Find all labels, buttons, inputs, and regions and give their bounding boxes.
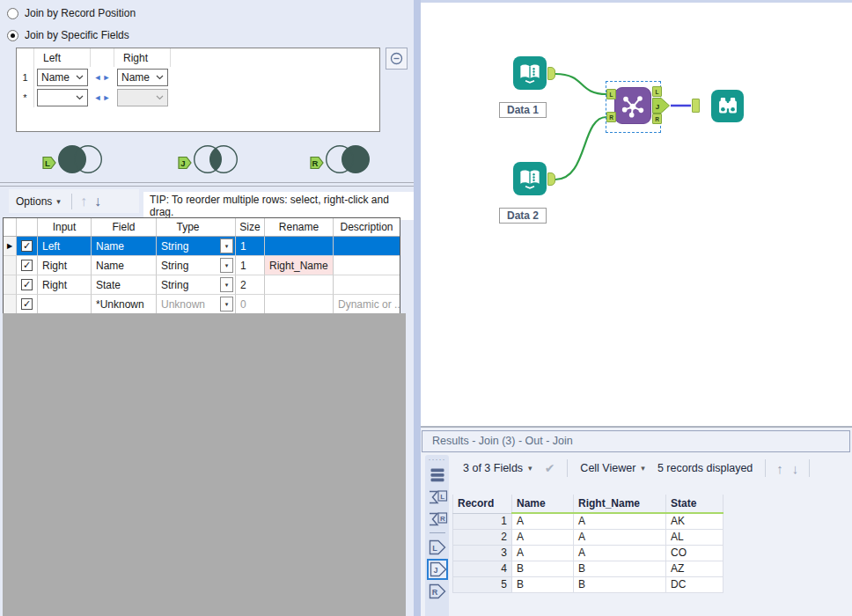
cell-record[interactable]: 3 xyxy=(453,545,512,561)
radio-selected-icon[interactable] xyxy=(7,30,18,41)
cell-record[interactable]: 2 xyxy=(453,529,512,545)
col-header-state[interactable]: State xyxy=(666,495,723,513)
tool-label-data2[interactable]: Data 2 xyxy=(499,208,547,224)
grid-row-right-state[interactable]: ✓ Right State String▾ 2 xyxy=(4,275,400,295)
radio-join-by-record-position[interactable]: Join by Record Position xyxy=(7,6,136,20)
browse-tool[interactable] xyxy=(711,90,744,122)
cell-rename-highlighted[interactable]: Right_Name xyxy=(265,256,334,275)
cell-viewer-dropdown[interactable]: Cell Viewer xyxy=(580,462,635,474)
join-output-button-selected[interactable]: J xyxy=(427,559,448,580)
cell-name[interactable]: A xyxy=(512,513,574,529)
cell-name[interactable]: B xyxy=(512,576,574,592)
table-row[interactable]: 3 A A CO xyxy=(453,545,723,561)
col-header-type[interactable]: Type xyxy=(157,218,236,236)
cell-description[interactable] xyxy=(334,237,400,256)
table-row[interactable]: 4 B B AZ xyxy=(453,561,723,576)
col-header-right-name[interactable]: Right_Name xyxy=(574,495,666,513)
cell-record[interactable]: 4 xyxy=(453,561,512,576)
col-header-rename[interactable]: Rename xyxy=(265,218,334,236)
scroll-down-button[interactable]: ↓ xyxy=(792,461,799,476)
data-view-button[interactable] xyxy=(427,465,448,486)
cell-name[interactable]: B xyxy=(512,561,574,576)
col-header-description[interactable]: Description xyxy=(334,218,400,236)
cell-size[interactable]: 2 xyxy=(236,275,265,295)
apply-check-icon[interactable]: ✔ xyxy=(545,461,555,475)
cell-name[interactable]: A xyxy=(512,545,574,561)
type-dropdown-button[interactable]: ▾ xyxy=(220,297,233,312)
move-row-down-button[interactable]: ↓ xyxy=(92,194,104,209)
caret-down-icon[interactable]: ▾ xyxy=(528,464,532,473)
metadata-left-button[interactable]: L xyxy=(427,487,448,508)
cell-input[interactable]: Right xyxy=(38,256,92,275)
join-output-anchor-left[interactable]: L xyxy=(652,86,662,97)
cell-rename[interactable] xyxy=(265,275,334,295)
cell-rename[interactable] xyxy=(265,295,334,314)
left-field-dropdown[interactable]: Name xyxy=(37,69,88,86)
cell-right-name[interactable]: B xyxy=(574,561,666,576)
cell-type-dropdown[interactable]: Unknown▾ xyxy=(157,295,236,314)
caret-down-icon[interactable]: ▾ xyxy=(641,464,645,473)
cell-field[interactable]: Name xyxy=(92,237,157,256)
cell-state[interactable]: AK xyxy=(666,513,723,529)
remove-join-row-button[interactable] xyxy=(386,48,408,70)
cell-state[interactable]: AL xyxy=(666,529,723,545)
radio-unselected-icon[interactable] xyxy=(7,8,18,19)
data2-output-anchor[interactable] xyxy=(547,172,555,186)
cell-description[interactable] xyxy=(334,275,400,295)
cell-rename[interactable] xyxy=(265,237,334,256)
move-row-up-button[interactable]: ↑ xyxy=(76,194,92,209)
cell-field[interactable]: *Unknown xyxy=(92,295,157,314)
table-row[interactable]: 1 A A AK xyxy=(453,513,723,529)
data1-output-anchor[interactable] xyxy=(547,67,555,80)
type-dropdown-button[interactable]: ▾ xyxy=(220,258,233,273)
type-dropdown-button[interactable]: ▾ xyxy=(220,277,233,292)
field-checkbox[interactable]: ✓ xyxy=(21,260,33,271)
cell-state[interactable]: AZ xyxy=(666,561,723,576)
right-field-dropdown[interactable]: Name xyxy=(117,69,168,86)
cell-size[interactable]: 1 xyxy=(236,256,265,275)
swap-fields-icon[interactable]: ◄► xyxy=(94,93,112,102)
cell-size[interactable]: 0 xyxy=(236,295,265,314)
cell-right-name[interactable]: A xyxy=(574,529,666,545)
cell-description[interactable]: Dynamic or ... xyxy=(334,295,400,314)
options-button[interactable]: Options ▾ xyxy=(9,195,68,208)
cell-right-name[interactable]: B xyxy=(574,576,666,592)
col-header-size[interactable]: Size xyxy=(236,218,265,236)
cell-right-name[interactable]: A xyxy=(574,545,666,561)
col-header-record[interactable]: Record xyxy=(453,495,512,513)
browse-input-anchor[interactable] xyxy=(692,99,700,113)
tool-label-data1[interactable]: Data 1 xyxy=(499,102,547,118)
cell-type-dropdown[interactable]: String▾ xyxy=(157,275,236,295)
type-dropdown-button[interactable]: ▾ xyxy=(220,238,233,253)
cell-input[interactable] xyxy=(38,295,92,314)
field-checkbox[interactable]: ✓ xyxy=(21,240,33,252)
cell-record[interactable]: 1 xyxy=(453,513,512,529)
col-header-input[interactable]: Input xyxy=(38,218,92,236)
table-row[interactable]: 2 A A AL xyxy=(453,529,723,545)
fields-dropdown[interactable]: 3 of 3 Fields xyxy=(463,462,523,474)
join-tool[interactable] xyxy=(614,87,651,124)
cell-name[interactable]: A xyxy=(512,529,574,545)
cell-type-dropdown[interactable]: String▾ xyxy=(157,256,236,275)
scroll-up-button[interactable]: ↑ xyxy=(776,461,783,476)
text-input-tool-data2[interactable] xyxy=(513,162,547,195)
col-header-field[interactable]: Field xyxy=(92,218,157,236)
grid-row-unknown[interactable]: ✓ *Unknown Unknown▾ 0 Dynamic or ... xyxy=(4,295,400,314)
cell-right-name[interactable]: A xyxy=(574,513,666,529)
grid-row-left-name[interactable]: ▶ ✓ Left Name String▾ 1 xyxy=(4,237,400,256)
join-input-anchor-left[interactable]: L xyxy=(606,89,616,99)
text-input-tool-data1[interactable] xyxy=(513,56,547,90)
cell-field[interactable]: Name xyxy=(92,256,157,275)
workflow-canvas[interactable]: Data 1 Data 2 xyxy=(421,0,852,426)
grid-row-right-name[interactable]: ✓ Right Name String▾ 1 Right_Name xyxy=(4,256,400,275)
join-output-anchor-right[interactable]: R xyxy=(652,114,662,124)
swap-fields-icon[interactable]: ◄► xyxy=(94,73,112,82)
left-output-button[interactable]: L xyxy=(427,537,448,558)
cell-state[interactable]: DC xyxy=(666,576,723,592)
radio-join-by-specific-fields[interactable]: Join by Specific Fields xyxy=(7,28,129,42)
join-output-anchor-join[interactable]: J xyxy=(652,98,671,114)
cell-size[interactable]: 1 xyxy=(236,237,265,256)
right-output-button[interactable]: R xyxy=(427,581,448,602)
cell-field[interactable]: State xyxy=(92,275,157,295)
metadata-right-button[interactable]: R xyxy=(427,509,448,530)
